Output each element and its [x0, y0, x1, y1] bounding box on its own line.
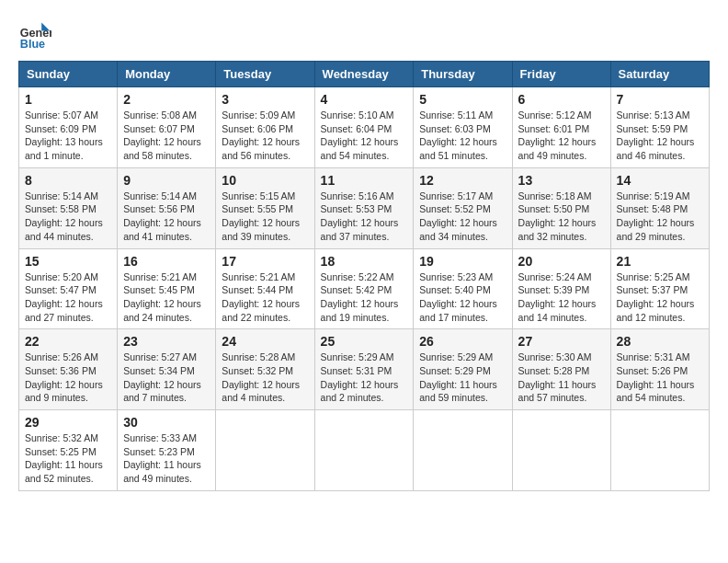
- day-info-9: Sunrise: 5:14 AM Sunset: 5:56 PM Dayligh…: [123, 190, 210, 244]
- calendar: SundayMondayTuesdayWednesdayThursdayFrid…: [18, 61, 710, 491]
- day-info-30: Sunrise: 5:33 AM Sunset: 5:23 PM Dayligh…: [123, 431, 210, 486]
- day-info-22: Sunrise: 5:26 AM Sunset: 5:36 PM Dayligh…: [25, 350, 111, 405]
- day-cell-23: 23Sunrise: 5:27 AM Sunset: 5:34 PM Dayli…: [118, 329, 216, 410]
- day-cell-3: 3Sunrise: 5:09 AM Sunset: 6:06 PM Daylig…: [216, 87, 314, 168]
- day-info-29: Sunrise: 5:32 AM Sunset: 5:25 PM Dayligh…: [25, 431, 111, 486]
- day-cell-28: 28Sunrise: 5:31 AM Sunset: 5:26 PM Dayli…: [610, 329, 709, 410]
- week-row-3: 15Sunrise: 5:20 AM Sunset: 5:47 PM Dayli…: [19, 248, 710, 329]
- day-cell-27: 27Sunrise: 5:30 AM Sunset: 5:28 PM Dayli…: [512, 329, 610, 410]
- logo: General Blue: [18, 18, 51, 52]
- day-number-21: 21: [617, 254, 703, 269]
- day-number-19: 19: [419, 254, 506, 269]
- day-cell-10: 10Sunrise: 5:15 AM Sunset: 5:55 PM Dayli…: [216, 167, 314, 248]
- day-info-25: Sunrise: 5:29 AM Sunset: 5:31 PM Dayligh…: [321, 350, 408, 405]
- day-info-28: Sunrise: 5:31 AM Sunset: 5:26 PM Dayligh…: [617, 350, 703, 405]
- day-info-27: Sunrise: 5:30 AM Sunset: 5:28 PM Dayligh…: [518, 350, 605, 405]
- logo-icon: General Blue: [18, 18, 51, 52]
- day-cell-29: 29Sunrise: 5:32 AM Sunset: 5:25 PM Dayli…: [19, 410, 118, 491]
- day-number-5: 5: [419, 92, 506, 107]
- day-cell-30: 30Sunrise: 5:33 AM Sunset: 5:23 PM Dayli…: [118, 410, 216, 491]
- empty-cell: [314, 410, 414, 491]
- day-cell-24: 24Sunrise: 5:28 AM Sunset: 5:32 PM Dayli…: [216, 329, 314, 410]
- day-info-21: Sunrise: 5:25 AM Sunset: 5:37 PM Dayligh…: [617, 270, 703, 325]
- weekday-header-wednesday: Wednesday: [314, 62, 414, 87]
- day-number-6: 6: [518, 92, 605, 107]
- day-number-7: 7: [617, 92, 703, 107]
- day-cell-4: 4Sunrise: 5:10 AM Sunset: 6:04 PM Daylig…: [314, 87, 414, 168]
- day-cell-13: 13Sunrise: 5:18 AM Sunset: 5:50 PM Dayli…: [512, 167, 610, 248]
- header-area: General Blue: [18, 18, 710, 52]
- empty-cell: [414, 410, 512, 491]
- week-row-2: 8Sunrise: 5:14 AM Sunset: 5:58 PM Daylig…: [19, 167, 710, 248]
- day-number-3: 3: [222, 92, 308, 107]
- day-number-25: 25: [321, 334, 408, 349]
- day-number-29: 29: [25, 415, 111, 430]
- day-cell-8: 8Sunrise: 5:14 AM Sunset: 5:58 PM Daylig…: [19, 167, 118, 248]
- weekday-header-saturday: Saturday: [610, 62, 709, 87]
- svg-text:Blue: Blue: [20, 38, 45, 51]
- day-number-4: 4: [321, 92, 408, 107]
- day-info-12: Sunrise: 5:17 AM Sunset: 5:52 PM Dayligh…: [419, 190, 506, 244]
- day-info-10: Sunrise: 5:15 AM Sunset: 5:55 PM Dayligh…: [222, 190, 308, 244]
- day-number-11: 11: [321, 173, 408, 188]
- day-cell-18: 18Sunrise: 5:22 AM Sunset: 5:42 PM Dayli…: [314, 248, 414, 329]
- day-number-15: 15: [25, 254, 111, 269]
- day-number-22: 22: [25, 334, 111, 349]
- day-info-8: Sunrise: 5:14 AM Sunset: 5:58 PM Dayligh…: [25, 190, 111, 244]
- day-number-26: 26: [419, 334, 506, 349]
- day-number-28: 28: [617, 334, 703, 349]
- day-info-16: Sunrise: 5:21 AM Sunset: 5:45 PM Dayligh…: [123, 270, 210, 325]
- day-number-17: 17: [222, 254, 308, 269]
- weekday-header-friday: Friday: [512, 62, 610, 87]
- day-info-20: Sunrise: 5:24 AM Sunset: 5:39 PM Dayligh…: [518, 270, 605, 325]
- day-info-13: Sunrise: 5:18 AM Sunset: 5:50 PM Dayligh…: [518, 190, 605, 244]
- day-number-13: 13: [518, 173, 605, 188]
- weekday-header-monday: Monday: [118, 62, 216, 87]
- day-number-30: 30: [123, 415, 210, 430]
- day-cell-11: 11Sunrise: 5:16 AM Sunset: 5:53 PM Dayli…: [314, 167, 414, 248]
- day-cell-26: 26Sunrise: 5:29 AM Sunset: 5:29 PM Dayli…: [414, 329, 512, 410]
- day-cell-22: 22Sunrise: 5:26 AM Sunset: 5:36 PM Dayli…: [19, 329, 118, 410]
- day-info-2: Sunrise: 5:08 AM Sunset: 6:07 PM Dayligh…: [123, 109, 210, 163]
- day-cell-20: 20Sunrise: 5:24 AM Sunset: 5:39 PM Dayli…: [512, 248, 610, 329]
- empty-cell: [216, 410, 314, 491]
- day-number-23: 23: [123, 334, 210, 349]
- day-number-27: 27: [518, 334, 605, 349]
- day-info-23: Sunrise: 5:27 AM Sunset: 5:34 PM Dayligh…: [123, 350, 210, 405]
- day-number-12: 12: [419, 173, 506, 188]
- day-number-9: 9: [123, 173, 210, 188]
- day-number-10: 10: [222, 173, 308, 188]
- day-cell-15: 15Sunrise: 5:20 AM Sunset: 5:47 PM Dayli…: [19, 248, 118, 329]
- week-row-5: 29Sunrise: 5:32 AM Sunset: 5:25 PM Dayli…: [19, 410, 710, 491]
- day-info-15: Sunrise: 5:20 AM Sunset: 5:47 PM Dayligh…: [25, 270, 111, 325]
- day-cell-14: 14Sunrise: 5:19 AM Sunset: 5:48 PM Dayli…: [610, 167, 709, 248]
- day-cell-17: 17Sunrise: 5:21 AM Sunset: 5:44 PM Dayli…: [216, 248, 314, 329]
- weekday-header-thursday: Thursday: [414, 62, 512, 87]
- day-info-18: Sunrise: 5:22 AM Sunset: 5:42 PM Dayligh…: [321, 270, 408, 325]
- day-number-8: 8: [25, 173, 111, 188]
- day-cell-9: 9Sunrise: 5:14 AM Sunset: 5:56 PM Daylig…: [118, 167, 216, 248]
- day-cell-16: 16Sunrise: 5:21 AM Sunset: 5:45 PM Dayli…: [118, 248, 216, 329]
- day-number-18: 18: [321, 254, 408, 269]
- day-cell-25: 25Sunrise: 5:29 AM Sunset: 5:31 PM Dayli…: [314, 329, 414, 410]
- day-cell-12: 12Sunrise: 5:17 AM Sunset: 5:52 PM Dayli…: [414, 167, 512, 248]
- empty-cell: [512, 410, 610, 491]
- empty-cell: [610, 410, 709, 491]
- day-cell-19: 19Sunrise: 5:23 AM Sunset: 5:40 PM Dayli…: [414, 248, 512, 329]
- weekday-header-sunday: Sunday: [19, 62, 118, 87]
- week-row-1: 1Sunrise: 5:07 AM Sunset: 6:09 PM Daylig…: [19, 87, 710, 168]
- day-info-19: Sunrise: 5:23 AM Sunset: 5:40 PM Dayligh…: [419, 270, 506, 325]
- day-number-24: 24: [222, 334, 308, 349]
- day-info-24: Sunrise: 5:28 AM Sunset: 5:32 PM Dayligh…: [222, 350, 308, 405]
- day-cell-6: 6Sunrise: 5:12 AM Sunset: 6:01 PM Daylig…: [512, 87, 610, 168]
- day-info-6: Sunrise: 5:12 AM Sunset: 6:01 PM Dayligh…: [518, 109, 605, 163]
- day-cell-1: 1Sunrise: 5:07 AM Sunset: 6:09 PM Daylig…: [19, 87, 118, 168]
- week-row-4: 22Sunrise: 5:26 AM Sunset: 5:36 PM Dayli…: [19, 329, 710, 410]
- day-info-26: Sunrise: 5:29 AM Sunset: 5:29 PM Dayligh…: [419, 350, 506, 405]
- weekday-header-tuesday: Tuesday: [216, 62, 314, 87]
- day-cell-7: 7Sunrise: 5:13 AM Sunset: 5:59 PM Daylig…: [610, 87, 709, 168]
- day-info-1: Sunrise: 5:07 AM Sunset: 6:09 PM Dayligh…: [25, 109, 111, 163]
- day-number-1: 1: [25, 92, 111, 107]
- day-number-2: 2: [123, 92, 210, 107]
- day-info-3: Sunrise: 5:09 AM Sunset: 6:06 PM Dayligh…: [222, 109, 308, 163]
